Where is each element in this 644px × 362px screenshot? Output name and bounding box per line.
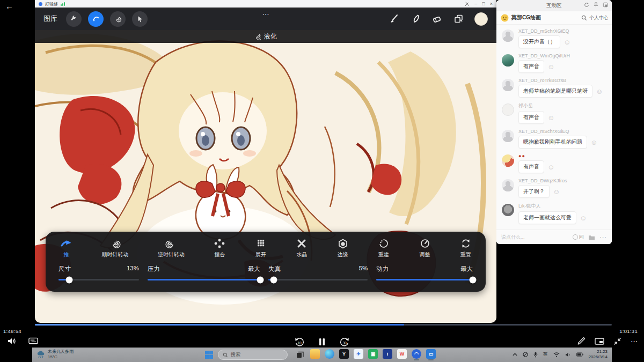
close-button[interactable]: ×: [490, 2, 493, 6]
edge-icon: [337, 238, 349, 249]
tool-reset[interactable]: 重置: [460, 238, 472, 258]
popout-icon[interactable]: [603, 2, 608, 8]
avatar: [502, 79, 514, 91]
color-button[interactable]: [474, 12, 488, 26]
taskbar-app-y[interactable]: Y: [339, 349, 349, 359]
search-icon[interactable]: [581, 15, 587, 21]
taskbar-clock[interactable]: 21:23 2026/3/14: [577, 349, 608, 360]
smudge-button[interactable]: [410, 13, 421, 24]
chat-more-button[interactable]: ···: [599, 234, 607, 240]
avatar: [502, 204, 514, 216]
tool-twirl-counterclockwise[interactable]: 逆时针转动: [158, 238, 185, 258]
chat-channel-row: 莫那CG绘画 个人中心: [496, 11, 612, 25]
tool-reconstruct[interactable]: 重建: [378, 238, 390, 258]
eraser-button[interactable]: [431, 13, 442, 24]
volume-button[interactable]: [8, 337, 17, 345]
pause-button[interactable]: [319, 338, 325, 346]
danmaku-button[interactable]: [28, 337, 38, 345]
slider-pressure[interactable]: 压力 最大: [148, 265, 260, 284]
chat-message: XET_DD_roTrkBGzsB 老师草稿的笔刷是哪只笔呀☺: [502, 78, 606, 98]
tool-expand[interactable]: 展开: [255, 238, 267, 258]
folder-icon[interactable]: [588, 234, 595, 240]
chat-header: 互动区: [496, 0, 612, 11]
gallery-button[interactable]: 图库: [43, 14, 57, 24]
tool-twirl-clockwise[interactable]: 顺时针转动: [101, 238, 128, 258]
forward-30-button[interactable]: 30: [339, 336, 350, 347]
adjustments-button[interactable]: [110, 11, 126, 27]
pip-icon: [595, 338, 604, 345]
maximize-button[interactable]: □: [482, 2, 485, 6]
taskbar-app-wps[interactable]: W: [397, 349, 407, 359]
danmaku-icon: [28, 337, 38, 345]
slider-thumb[interactable]: [65, 276, 72, 283]
hidden-icons-chevron[interactable]: [513, 353, 517, 356]
channel-name: 莫那CG绘画: [511, 14, 541, 21]
refresh-icon[interactable]: [584, 2, 589, 8]
tool-adjust[interactable]: 调整: [419, 238, 431, 258]
chat-bubble: 老师一画就这么可爱: [518, 211, 576, 224]
avatar: [502, 130, 514, 142]
rain-cloud-icon: [36, 351, 45, 359]
pin-icon[interactable]: [594, 2, 598, 8]
video-progress-bar[interactable]: [35, 324, 612, 326]
slider-distortion[interactable]: 失真 5%: [268, 265, 368, 284]
expand-icon: [255, 238, 267, 249]
taskbar-app-qq[interactable]: ◠: [412, 349, 421, 359]
chat-window: 互动区 莫那CG绘画 个人中心 XET_DD_mSchrXGiEQ 没开声音（）…: [496, 0, 612, 244]
start-button[interactable]: [205, 351, 213, 359]
liquify-tool-button[interactable]: [88, 11, 104, 27]
annotate-pencil-button[interactable]: [577, 337, 586, 345]
input-language-indicator[interactable]: 英: [543, 351, 548, 358]
wifi-icon[interactable]: [553, 352, 560, 357]
rewind-10-button[interactable]: 10: [294, 336, 305, 347]
chat-message: ●● 有声音☺: [502, 153, 606, 173]
chat-input[interactable]: 说点什么...: [501, 234, 568, 241]
exit-fullscreen-button[interactable]: [613, 337, 621, 345]
selection-button[interactable]: [132, 11, 148, 27]
avatar: [502, 29, 514, 42]
player-more-button[interactable]: ⋯: [631, 338, 639, 345]
windows-taskbar: 未来几天多雨 15°C 搜索 Y ✈ ▣ i W ◠ ▭ 英: [32, 348, 612, 362]
weather-widget[interactable]: 未来几天多雨 15°C: [36, 349, 74, 360]
taskbar-app-green[interactable]: ▣: [368, 349, 378, 359]
do-not-disturb-icon[interactable]: [523, 352, 528, 357]
tool-push[interactable]: 推: [60, 238, 72, 258]
personal-center-link[interactable]: 个人中心: [589, 14, 608, 21]
slider-momentum[interactable]: 动力 最大: [376, 265, 473, 284]
pen-mode-icon[interactable]: [465, 2, 470, 6]
taskbar-app-file-explorer[interactable]: [310, 349, 320, 359]
taskbar-search[interactable]: 搜索: [218, 350, 288, 360]
avatar: [502, 104, 514, 116]
brush-button[interactable]: [389, 13, 399, 24]
taskbar-app-blue[interactable]: ▭: [426, 349, 436, 359]
chat-username: XET_DD_roTrkBGzsB: [518, 78, 603, 83]
slider-size[interactable]: 尺寸 13%: [58, 265, 139, 284]
taskbar-app-feishu[interactable]: ✈: [354, 349, 363, 359]
speaker-icon: [8, 337, 17, 345]
chat-message-list[interactable]: XET_DD_mSchrXGiEQ 没开声音（）☺ XET_DD_WmOgQiI…: [496, 25, 612, 230]
forward-label: 30: [342, 341, 347, 345]
actions-wrench-button[interactable]: [66, 11, 82, 27]
question-toggle[interactable]: 问: [573, 234, 584, 241]
minimize-button[interactable]: –: [474, 2, 477, 6]
modify-dots-button[interactable]: ⋯: [262, 10, 269, 18]
taskbar-app-navy[interactable]: i: [383, 349, 392, 359]
slider-thumb[interactable]: [469, 276, 476, 283]
pip-button[interactable]: [595, 338, 604, 345]
tool-pinch[interactable]: 捏合: [214, 238, 225, 258]
crystal-icon: [296, 238, 308, 249]
tool-crystal[interactable]: 水晶: [296, 238, 308, 258]
slider-thumb[interactable]: [257, 276, 264, 283]
microphone-icon[interactable]: [533, 352, 538, 358]
tray-volume-icon[interactable]: [565, 352, 571, 357]
task-view-button[interactable]: [296, 351, 304, 358]
tool-edge[interactable]: 边缘: [337, 238, 349, 258]
back-button[interactable]: ←: [5, 2, 13, 10]
slider-thumb[interactable]: [270, 276, 277, 283]
chat-bubble: 老师草稿的笔刷是哪只笔呀: [518, 85, 592, 98]
layers-button[interactable]: [453, 13, 464, 24]
taskbar-app-edge[interactable]: [325, 349, 334, 359]
push-icon: [60, 238, 72, 249]
pen-slash-icon: [465, 2, 470, 6]
avatar: [502, 54, 514, 67]
